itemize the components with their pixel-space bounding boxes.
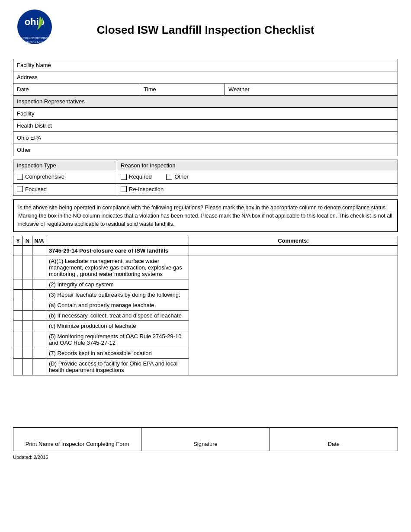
inspection-type-table: Inspection Type Reason for Inspection Co… — [13, 160, 398, 196]
sig-date-label: Date — [274, 441, 393, 447]
na-cell-5 — [32, 321, 46, 331]
y-cell-1 — [13, 279, 23, 290]
desc-cell-2: (3) Repair leachate outbreaks by doing t… — [46, 290, 189, 300]
comprehensive-checkbox[interactable] — [17, 174, 23, 180]
required-other-cell: Required Other — [117, 171, 398, 184]
address-row: Address — [13, 71, 398, 83]
y-cell-6 — [13, 331, 23, 348]
inspection-reps-row: Inspection Representatives — [13, 96, 398, 108]
required-checkbox[interactable] — [121, 174, 127, 180]
desc-cell-0: (A)(1) Leachate management, surface wate… — [46, 256, 189, 279]
section-comments-cell — [189, 246, 398, 256]
health-district-row: Health District — [13, 120, 398, 132]
col-comments-header: Comments: — [189, 236, 398, 246]
focused-checkbox[interactable] — [17, 186, 23, 192]
col-y-header: Y — [13, 236, 23, 246]
desc-cell-6: (5) Monitoring requirements of OAC Rule … — [46, 331, 189, 348]
facility-row: Facility — [13, 108, 398, 120]
page-header: ohio Ohio Environmental Protection Agenc… — [13, 9, 398, 51]
section-na-cell — [32, 246, 46, 256]
na-cell-4 — [32, 311, 46, 321]
y-cell-4 — [13, 311, 23, 321]
na-cell-7 — [32, 348, 46, 359]
weather-label: Weather — [225, 83, 398, 96]
y-cell-8 — [13, 359, 23, 375]
n-cell-2 — [23, 290, 32, 300]
facility-name-label: Facility Name — [13, 59, 398, 71]
insp-header-row: Inspection Type Reason for Inspection — [13, 160, 398, 171]
reinspection-checkbox[interactable] — [121, 186, 127, 192]
desc-cell-7: (7) Reports kept in an accessible locati… — [46, 348, 189, 359]
reinspection-checkbox-label[interactable]: Re-Inspection — [121, 186, 164, 192]
na-cell-2 — [32, 290, 46, 300]
n-cell-6 — [23, 331, 32, 348]
required-checkbox-label[interactable]: Required — [121, 173, 152, 180]
comments-cell-0 — [189, 256, 398, 375]
time-label: Time — [140, 83, 225, 96]
y-cell-3 — [13, 300, 23, 311]
n-cell-0 — [23, 256, 32, 279]
n-cell-4 — [23, 311, 32, 321]
focused-checkbox-label[interactable]: Focused — [17, 186, 47, 192]
na-cell-3 — [32, 300, 46, 311]
date-cell: Date — [270, 428, 398, 451]
desc-cell-4: (b) If necessary, collect, treat and dis… — [46, 311, 189, 321]
reason-for-inspection-header: Reason for Inspection — [117, 160, 398, 171]
y-cell-5 — [13, 321, 23, 331]
reinspection-cell: Re-Inspection — [117, 183, 398, 196]
other-checkbox[interactable] — [166, 174, 172, 180]
desc-cell-1: (2) Integrity of cap system — [46, 279, 189, 290]
spacer — [13, 384, 398, 410]
n-cell-8 — [23, 359, 32, 375]
updated-text: Updated: 2/2016 — [13, 455, 398, 460]
insp-row1: Comprehensive Required Other — [13, 171, 398, 184]
col-desc-header — [46, 236, 189, 246]
ohio-epa-row: Ohio EPA — [13, 132, 398, 144]
desc-cell-8: (D) Provide access to facility for Ohio … — [46, 359, 189, 375]
facility-name-row: Facility Name — [13, 59, 398, 71]
n-cell-7 — [23, 348, 32, 359]
section-n-cell — [23, 246, 32, 256]
form-table: Facility Name Address Date Time Weather … — [13, 59, 398, 156]
focused-cell: Focused — [13, 183, 117, 196]
comprehensive-label: Comprehensive — [25, 173, 64, 180]
na-cell-1 — [32, 279, 46, 290]
health-district-label: Health District — [13, 120, 398, 132]
address-label: Address — [13, 71, 398, 83]
inspection-reps-label: Inspection Representatives — [13, 96, 398, 108]
na-cell-6 — [32, 331, 46, 348]
col-n-header: N — [23, 236, 32, 246]
compliance-text-box: Is the above site being operated in comp… — [13, 199, 398, 232]
na-cell-8 — [32, 359, 46, 375]
signature-row: Print Name of Inspector Completing Form … — [13, 428, 398, 451]
other-row: Other — [13, 144, 398, 156]
n-cell-1 — [23, 279, 32, 290]
date-time-weather-row: Date Time Weather — [13, 83, 398, 96]
ohio-epa-logo: ohio Ohio Environmental Protection Agenc… — [13, 9, 56, 50]
y-cell-2 — [13, 290, 23, 300]
required-label: Required — [129, 173, 152, 180]
section-title-row: 3745-29-14 Post-closure care of ISW land… — [13, 246, 398, 256]
insp-row2: Focused Re-Inspection — [13, 183, 398, 196]
print-name-label: Print Name of Inspector Completing Form — [18, 441, 137, 447]
section-y-cell — [13, 246, 23, 256]
page-title: Closed ISW Landfill Inspection Checklist — [82, 23, 398, 37]
col-na-header: N/A — [32, 236, 46, 246]
checklist-table: Y N N/A Comments: 3745-29-14 Post-closur… — [13, 236, 398, 375]
y-cell-0 — [13, 256, 23, 279]
comprehensive-cell: Comprehensive — [13, 171, 117, 184]
checklist-header-row: Y N N/A Comments: — [13, 236, 398, 246]
section-title: 3745-29-14 Post-closure care of ISW land… — [49, 247, 168, 254]
na-cell-0 — [32, 256, 46, 279]
ohio-epa-label: Ohio EPA — [13, 132, 398, 144]
date-label: Date — [13, 83, 140, 96]
other-checkbox-label[interactable]: Other — [166, 173, 189, 180]
comprehensive-checkbox-label[interactable]: Comprehensive — [17, 173, 64, 180]
reinspection-label: Re-Inspection — [129, 186, 164, 192]
logo-area: ohio Ohio Environmental Protection Agenc… — [13, 9, 82, 51]
signature-label: Signature — [146, 441, 265, 447]
desc-cell-3: (a) Contain and properly manage leachate — [46, 300, 189, 311]
signature-table: Print Name of Inspector Completing Form … — [13, 427, 398, 451]
svg-text:Ohio Environmental: Ohio Environmental — [21, 36, 48, 39]
n-cell-5 — [23, 321, 32, 331]
